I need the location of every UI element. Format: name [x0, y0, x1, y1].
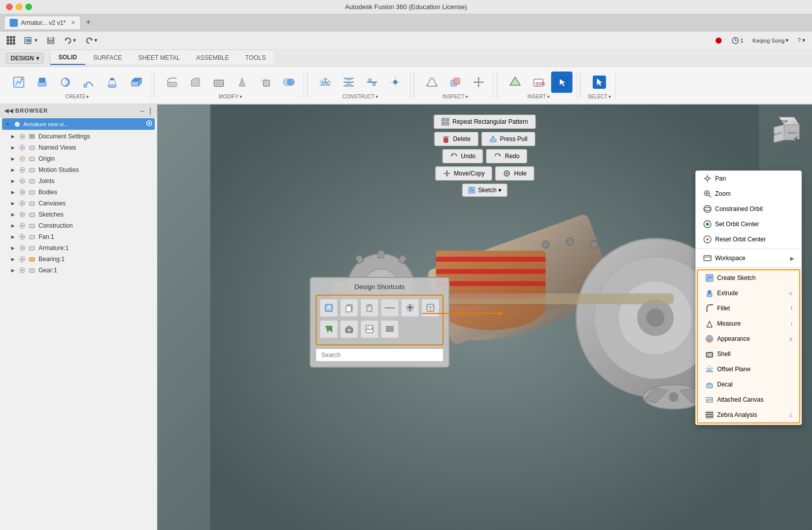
delete-btn[interactable]: Delete: [434, 132, 479, 146]
apps-grid-btn[interactable]: [4, 34, 18, 46]
create-sketch-tool-btn[interactable]: [8, 72, 29, 93]
shortcut-paste-icon[interactable]: [360, 299, 379, 317]
cm-measure[interactable]: Measure i: [698, 316, 799, 331]
browser-collapse-btn[interactable]: ◀◀: [4, 107, 13, 114]
shortcut-more-icon[interactable]: [381, 320, 399, 338]
tab-tools[interactable]: TOOLS: [237, 51, 274, 65]
offset-plane-btn[interactable]: [315, 72, 336, 93]
browser-root-item[interactable]: ▼ Armature new vi...: [2, 118, 155, 130]
sweep-tool-btn[interactable]: [78, 72, 99, 93]
insert-svg-btn[interactable]: SVG: [528, 72, 549, 93]
cm-decal[interactable]: Decal: [698, 377, 799, 392]
cm-set-orbit-center[interactable]: Set Orbit Center: [696, 217, 801, 232]
cm-zebra-analysis[interactable]: Zebra Analysis z: [698, 407, 799, 422]
tab-surface[interactable]: SURFACE: [85, 51, 130, 65]
minimize-window-btn[interactable]: [16, 4, 22, 10]
sketch-dropdown-btn[interactable]: Sketch ▾: [462, 184, 507, 197]
browser-item-gear[interactable]: ▶ Gear:1: [0, 265, 157, 276]
combine-tool-btn[interactable]: [278, 72, 299, 93]
tab-close-btn[interactable]: ✕: [71, 20, 75, 25]
shell-tool-btn[interactable]: [208, 72, 229, 93]
help-btn[interactable]: ? ▾: [795, 36, 808, 45]
move-copy-btn-qa[interactable]: Move/Copy: [435, 166, 492, 181]
cm-appearance[interactable]: Appearance a: [698, 331, 799, 346]
inspect-group-label[interactable]: INSPECT ▾: [443, 94, 468, 99]
extrude-tool-btn[interactable]: [31, 72, 53, 93]
modify-group-label[interactable]: MODIFY ▾: [219, 94, 242, 99]
browser-item-sketches[interactable]: ▶ Sketches: [0, 209, 157, 220]
cm-pan[interactable]: Pan: [696, 171, 801, 186]
browser-item-doc-settings[interactable]: ▶ Document Settings: [0, 131, 157, 142]
measure-btn[interactable]: [421, 72, 443, 93]
viewport[interactable]: TOP FRONT RIGHT Repeat Rectangular Patte…: [157, 104, 812, 530]
browser-item-bodies[interactable]: ▶ Bodies: [0, 187, 157, 198]
cm-workspace[interactable]: Workspace ▶: [696, 251, 801, 266]
cm-attached-canvas[interactable]: Attached Canvas: [698, 392, 799, 407]
select-active-btn[interactable]: [551, 72, 572, 93]
shortcuts-search-input[interactable]: [316, 348, 444, 362]
axis-through-btn[interactable]: [361, 72, 383, 93]
revolve-tool-btn[interactable]: [55, 72, 76, 93]
browser-item-fan[interactable]: ▶ Fan:1: [0, 231, 157, 242]
box-tool-btn[interactable]: [125, 72, 146, 93]
cm-reset-orbit-center[interactable]: Reset Orbit Center: [696, 232, 801, 247]
design-dropdown-btn[interactable]: DESIGN ▾: [6, 53, 44, 64]
insert-group-label[interactable]: INSERT ▾: [527, 94, 550, 99]
file-menu-btn[interactable]: ▾: [22, 36, 40, 46]
tab-sheet-metal[interactable]: SHEET METAL: [130, 51, 188, 65]
browser-item-construction[interactable]: ▶ Construction: [0, 220, 157, 231]
close-window-btn[interactable]: [6, 4, 13, 10]
shortcut-color-icon[interactable]: [401, 299, 419, 317]
scale-tool-btn[interactable]: [255, 72, 276, 93]
redo-action-btn[interactable]: Redo: [486, 149, 527, 163]
press-pull-btn[interactable]: Press Pull: [481, 132, 535, 146]
shortcut-camera-icon[interactable]: [340, 320, 358, 338]
chamfer-tool-btn[interactable]: [185, 72, 206, 93]
undo-btn[interactable]: ▾: [61, 35, 79, 46]
tab-assemble[interactable]: ASSEMBLE: [188, 51, 238, 65]
point-btn[interactable]: [385, 72, 406, 93]
new-tab-btn[interactable]: +: [83, 17, 94, 28]
maximize-window-btn[interactable]: [25, 4, 32, 10]
browser-item-joints[interactable]: ▶ Joints: [0, 175, 157, 187]
fillet-tool-btn[interactable]: [161, 72, 183, 93]
cm-extrude[interactable]: Extrude e: [698, 286, 799, 301]
cm-constrained-orbit[interactable]: Constrained Orbit: [696, 201, 801, 217]
undo-action-btn[interactable]: Undo: [442, 149, 483, 163]
save-btn[interactable]: [44, 35, 57, 46]
cm-create-sketch[interactable]: Create Sketch: [698, 270, 799, 286]
browser-minimize-btn[interactable]: –: [139, 107, 146, 115]
viewcube[interactable]: TOP FRONT RIGHT: [769, 112, 804, 148]
browser-expand-btn[interactable]: |: [148, 107, 153, 115]
shortcut-map-icon[interactable]: [320, 320, 338, 338]
cm-zoom[interactable]: Zoom: [696, 186, 801, 201]
user-menu-btn[interactable]: Keqing Song ▾: [750, 36, 791, 45]
shortcut-template-icon[interactable]: [421, 299, 439, 317]
cm-shell[interactable]: Shell: [698, 346, 799, 362]
browser-item-named-views[interactable]: ▶ Named Views: [0, 142, 157, 153]
shortcut-edit-icon[interactable]: [320, 299, 338, 317]
redo-btn[interactable]: ▾: [83, 35, 100, 46]
browser-item-armature[interactable]: ▶ Armature:1: [0, 242, 157, 254]
select-group-label[interactable]: SELECT ▾: [588, 94, 611, 99]
hole-btn[interactable]: Hole: [495, 166, 534, 181]
draft-tool-btn[interactable]: [231, 72, 253, 93]
interference-btn[interactable]: [445, 72, 466, 93]
document-tab[interactable]: Armatur... v2 v1* ✕: [4, 16, 81, 30]
cm-offset-plane[interactable]: Offset Plane: [698, 362, 799, 377]
timer-btn[interactable]: 1: [729, 35, 746, 46]
insert-mesh-btn[interactable]: [504, 72, 526, 93]
record-btn[interactable]: [713, 36, 725, 46]
cm-fillet[interactable]: Fillet f: [698, 301, 799, 316]
browser-item-bearing[interactable]: ▶ Bearing:1: [0, 254, 157, 265]
tab-solid[interactable]: SOLID: [50, 51, 85, 65]
repeat-pattern-btn[interactable]: Repeat Rectangular Pattern: [434, 115, 536, 129]
browser-item-canvases[interactable]: ▶ Canvases: [0, 198, 157, 209]
select-tool-btn[interactable]: [589, 72, 610, 93]
shortcut-copy-icon[interactable]: [340, 299, 358, 317]
shortcut-image-icon[interactable]: [360, 320, 379, 338]
browser-item-motion-studies[interactable]: ▶ Motion Studies: [0, 164, 157, 175]
move-copy-btn[interactable]: [468, 72, 489, 93]
browser-item-origin[interactable]: ▶ Origin: [0, 153, 157, 164]
create-group-label[interactable]: CREATE ▾: [65, 94, 89, 99]
